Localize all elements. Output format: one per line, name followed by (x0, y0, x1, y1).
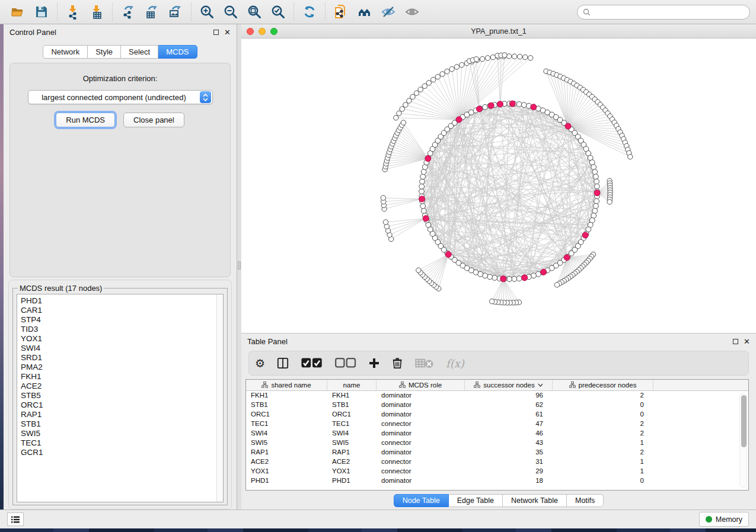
table-scrollbar-thumb[interactable] (741, 395, 747, 447)
float-panel-icon[interactable] (733, 339, 738, 344)
function-builder-button: f(x) (446, 354, 464, 372)
mcds-result-node[interactable]: PMA2 (21, 363, 223, 372)
task-history-button[interactable] (7, 512, 24, 526)
mcds-result-node[interactable]: FKH1 (21, 372, 223, 382)
column-header-filler (653, 380, 748, 390)
table-row[interactable]: SWI4SWI4dominator462 (246, 429, 748, 438)
tab-network-table[interactable]: Network Table (503, 494, 567, 507)
table-row[interactable]: SWI5SWI5connector431 (246, 438, 748, 448)
search-icon (583, 8, 591, 16)
memory-button[interactable]: Memory (699, 512, 749, 527)
table-cell: SWI4 (246, 429, 327, 438)
table-cell: 0 (553, 476, 653, 486)
table-cell: 0 (553, 410, 653, 419)
delete-table-button (415, 354, 435, 372)
table-row[interactable]: RAP1RAP1dominator352 (246, 448, 748, 457)
mcds-result-node[interactable]: TID3 (21, 325, 223, 334)
search-network-button[interactable] (353, 2, 377, 22)
mcds-tab-content: Optimization criterion: largest connecte… (9, 63, 231, 277)
sort-chevron-icon[interactable] (538, 383, 543, 387)
close-panel-icon[interactable]: ✕ (744, 339, 750, 344)
zoom-out-button[interactable] (219, 2, 243, 22)
network-window-titlebar[interactable]: YPA_prune.txt_1 (241, 24, 756, 39)
open-file-button[interactable] (6, 2, 30, 22)
zoom-selected-button[interactable] (266, 2, 290, 22)
mcds-result-node[interactable]: STP4 (21, 315, 223, 325)
mcds-result-node[interactable]: ORC1 (21, 400, 223, 410)
float-panel-icon[interactable] (213, 30, 219, 35)
clear-checkboxes-button[interactable] (334, 354, 356, 372)
save-session-icon (34, 4, 49, 20)
import-table-button[interactable] (85, 2, 109, 22)
splitter-handle[interactable] (238, 261, 241, 270)
export-image-button[interactable] (164, 2, 187, 22)
column-header-MCDS-role[interactable]: MCDS role (377, 380, 465, 390)
share-document-button[interactable] (329, 2, 353, 22)
column-layout-button[interactable] (277, 354, 289, 372)
table-cell: 96 (465, 391, 553, 400)
tab-edge-table[interactable]: Edge Table (449, 494, 503, 507)
column-header-predecessor-nodes[interactable]: predecessor nodes (553, 380, 653, 390)
run-mcds-button[interactable]: Run MCDS (56, 113, 115, 127)
gear-icon: ⚙ (255, 357, 265, 369)
close-panel-button[interactable]: Close panel (123, 113, 184, 127)
mcds-result-node[interactable]: ACE2 (21, 382, 223, 391)
tab-style[interactable]: Style (88, 45, 121, 59)
mcds-result-node[interactable]: SWI5 (21, 429, 223, 438)
mcds-result-node[interactable]: STB5 (21, 391, 223, 400)
table-header-row: shared namenameMCDS rolesuccessor nodesp… (246, 380, 748, 391)
export-table-button[interactable] (140, 2, 164, 22)
table-row[interactable]: YOX1YOX1connector291 (246, 467, 748, 476)
search-input[interactable] (594, 8, 744, 16)
optimization-criterion-select[interactable]: largest connected component (undirected) (28, 90, 213, 104)
network-canvas[interactable] (241, 39, 756, 333)
add-column-button[interactable] (368, 354, 380, 372)
save-session-button[interactable] (30, 2, 53, 22)
table-scrollbar[interactable] (739, 393, 747, 488)
mcds-result-node[interactable]: SRD1 (21, 353, 223, 363)
mcds-result-node[interactable]: GCR1 (21, 448, 223, 457)
search-box[interactable] (577, 5, 750, 20)
table-row[interactable]: ACE2ACE2connector311 (246, 457, 748, 467)
delete-column-button[interactable] (392, 354, 403, 372)
mcds-result-node[interactable]: YOX1 (21, 334, 223, 344)
refresh-button[interactable] (298, 2, 321, 22)
tab-select[interactable]: Select (121, 45, 158, 59)
mcds-result-node[interactable]: RAP1 (21, 410, 223, 419)
table-cell: YOX1 (246, 467, 327, 476)
import-network-button[interactable] (61, 2, 85, 22)
mcds-result-node[interactable]: CAR1 (21, 306, 223, 315)
tab-node-table[interactable]: Node Table (394, 494, 449, 507)
mcds-list-scrollbar[interactable] (216, 294, 223, 502)
tab-network[interactable]: Network (43, 45, 88, 59)
column-header-successor-nodes[interactable]: successor nodes (465, 380, 553, 390)
mcds-result-node[interactable]: SWI4 (21, 344, 223, 353)
column-header-shared-name[interactable]: shared name (246, 380, 327, 390)
show-details-button[interactable] (400, 2, 424, 22)
zoom-in-button[interactable] (195, 2, 219, 22)
tab-mcds[interactable]: MCDS (158, 45, 197, 59)
mcds-result-node[interactable]: STB1 (21, 419, 223, 429)
mcds-result-group: MCDS result (17 nodes) PHD1CAR1STP4TID3Y… (8, 280, 232, 509)
mcds-result-list[interactable]: PHD1CAR1STP4TID3YOX1SWI4SRD1PMA2FKH1ACE2… (17, 294, 224, 502)
export-network-button[interactable] (116, 2, 140, 22)
table-row[interactable]: TEC1TEC1connector472 (246, 419, 748, 429)
table-cell: 1 (553, 438, 653, 448)
hide-details-button[interactable] (377, 2, 400, 22)
panel-splitter[interactable] (237, 24, 241, 509)
column-header-name[interactable]: name (327, 380, 377, 390)
select-all-checkboxes-button[interactable] (301, 354, 323, 372)
table-cell: dominator (377, 429, 465, 438)
table-row[interactable]: PHD1PHD1dominator180 (246, 476, 748, 486)
table-row[interactable]: ORC1ORC1dominator610 (246, 410, 748, 419)
close-panel-icon[interactable]: ✕ (224, 30, 231, 35)
table-row[interactable]: STB1STB1dominator620 (246, 400, 748, 410)
table-row[interactable]: FKH1FKH1dominator962 (246, 391, 748, 400)
mcds-result-node[interactable]: PHD1 (21, 296, 223, 306)
table-settings-button[interactable]: ⚙ (255, 354, 265, 372)
tab-motifs[interactable]: Motifs (567, 494, 604, 507)
mcds-result-node[interactable]: TEC1 (21, 438, 223, 448)
table-cell: 2 (553, 429, 653, 438)
zoom-fit-button[interactable] (243, 2, 266, 22)
attribute-type-icon (399, 382, 406, 389)
